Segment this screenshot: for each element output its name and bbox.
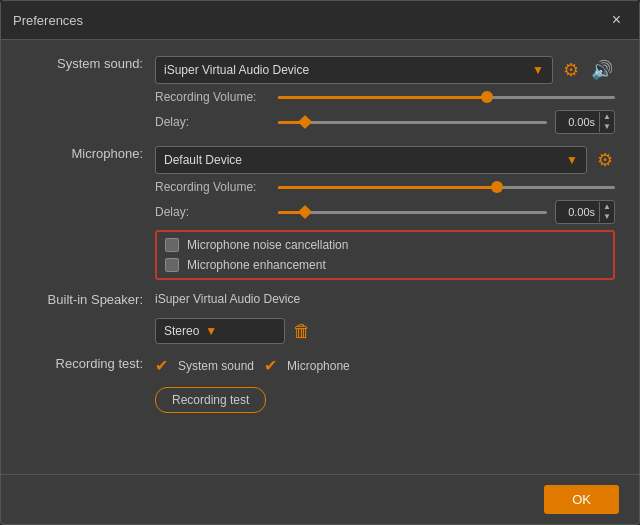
system-sound-delay-up[interactable]: ▲ [600,112,614,122]
system-sound-delay-thumb[interactable] [298,115,312,129]
system-sound-speaker-button[interactable]: 🔊 [589,59,615,81]
recording-test-label: Recording test: [25,356,155,371]
recording-test-microphone-label: Microphone [287,359,350,373]
system-sound-delay-spin-buttons: ▲ ▼ [599,112,614,132]
builtin-speaker-channel-dropdown[interactable]: Stereo ▼ [155,318,285,344]
system-sound-delay-row: Delay: 0.00s ▲ ▼ [155,110,615,134]
footer: OK [1,474,639,524]
system-sound-volume-label: Recording Volume: [155,90,270,104]
microphone-delay-spin-buttons: ▲ ▼ [599,202,614,222]
recording-test-right: ✔ System sound ✔ Microphone [155,356,615,375]
microphone-device-text: Default Device [164,153,242,167]
microphone-delay-spinbox[interactable]: 0.00s ▲ ▼ [555,200,615,224]
microphone-volume-thumb[interactable] [491,181,503,193]
system-sound-device-text: iSuper Virtual Audio Device [164,63,309,77]
system-sound-section: System sound: iSuper Virtual Audio Devic… [25,56,615,134]
system-sound-device-wrap: iSuper Virtual Audio Device ▼ ⚙ 🔊 [155,56,615,84]
system-sound-delay-down[interactable]: ▼ [600,122,614,132]
microphone-delay-down[interactable]: ▼ [600,212,614,222]
system-sound-check-icon: ✔ [155,356,168,375]
microphone-volume-row: Recording Volume: [155,180,615,194]
system-sound-volume-fill [278,96,487,99]
system-sound-dropdown[interactable]: iSuper Virtual Audio Device ▼ [155,56,553,84]
builtin-speaker-delete-button[interactable]: 🗑 [293,321,311,342]
microphone-delay-thumb[interactable] [298,205,312,219]
builtin-speaker-row: Built-in Speaker: iSuper Virtual Audio D… [25,292,615,344]
system-sound-dropdown-arrow: ▼ [532,63,544,77]
system-sound-volume-track [278,96,615,99]
microphone-enhancement-row: Microphone enhancement [165,258,605,272]
system-sound-label: System sound: [25,56,155,71]
microphone-volume-fill [278,186,497,189]
microphone-dropdown[interactable]: Default Device ▼ [155,146,587,174]
microphone-volume-track [278,186,615,189]
system-sound-delay-spinbox[interactable]: 0.00s ▲ ▼ [555,110,615,134]
builtin-speaker-right: iSuper Virtual Audio Device Stereo ▼ 🗑 [155,292,615,344]
noise-cancellation-checkbox[interactable] [165,238,179,252]
preferences-dialog: Preferences × System sound: iSuper Virtu… [0,0,640,525]
microphone-options-box: Microphone noise cancellation Microphone… [155,230,615,280]
close-button[interactable]: × [606,9,627,31]
microphone-delay-track [278,211,547,214]
microphone-dropdown-arrow: ▼ [566,153,578,167]
builtin-speaker-channel-arrow: ▼ [205,324,217,338]
microphone-gear-button[interactable]: ⚙ [595,149,615,171]
ok-button[interactable]: OK [544,485,619,514]
builtin-speaker-stereo-row: Stereo ▼ 🗑 [155,318,615,344]
builtin-speaker-section: Built-in Speaker: iSuper Virtual Audio D… [25,292,615,344]
microphone-volume-slider[interactable] [278,186,615,189]
microphone-enhancement-checkbox[interactable] [165,258,179,272]
system-sound-gear-button[interactable]: ⚙ [561,59,581,81]
microphone-delay-up[interactable]: ▲ [600,202,614,212]
recording-test-button[interactable]: Recording test [155,387,266,413]
title-bar: Preferences × [1,1,639,40]
system-sound-delay-track [278,121,547,124]
system-sound-delay-label: Delay: [155,115,270,129]
microphone-label: Microphone: [25,146,155,161]
microphone-check-icon: ✔ [264,356,277,375]
noise-cancellation-row: Microphone noise cancellation [165,238,605,252]
recording-test-system-sound-label: System sound [178,359,254,373]
recording-test-row: Recording test: ✔ System sound ✔ Microph… [25,356,615,375]
microphone-right: Default Device ▼ ⚙ Recording Volume: [155,146,615,280]
system-sound-volume-row: Recording Volume: [155,90,615,104]
microphone-delay-value: 0.00s [556,206,599,218]
system-sound-right: iSuper Virtual Audio Device ▼ ⚙ 🔊 Record… [155,56,615,134]
microphone-section: Microphone: Default Device ▼ ⚙ Recording… [25,146,615,280]
microphone-enhancement-label: Microphone enhancement [187,258,326,272]
system-sound-volume-thumb[interactable] [481,91,493,103]
microphone-delay-slider[interactable] [278,211,547,214]
builtin-speaker-device: iSuper Virtual Audio Device [155,292,615,306]
noise-cancellation-label: Microphone noise cancellation [187,238,348,252]
recording-test-section: Recording test: ✔ System sound ✔ Microph… [25,356,615,413]
system-sound-volume-slider[interactable] [278,96,615,99]
system-sound-delay-value: 0.00s [556,116,599,128]
microphone-device-wrap: Default Device ▼ ⚙ [155,146,615,174]
microphone-delay-label: Delay: [155,205,270,219]
system-sound-delay-slider[interactable] [278,121,547,124]
recording-test-checkboxes: ✔ System sound ✔ Microphone [155,356,615,375]
system-sound-row: System sound: iSuper Virtual Audio Devic… [25,56,615,134]
content-area: System sound: iSuper Virtual Audio Devic… [1,40,639,474]
builtin-speaker-channel-text: Stereo [164,324,199,338]
dialog-title: Preferences [13,13,83,28]
microphone-volume-label: Recording Volume: [155,180,270,194]
microphone-delay-row: Delay: 0.00s ▲ ▼ [155,200,615,224]
microphone-row: Microphone: Default Device ▼ ⚙ Recording… [25,146,615,280]
builtin-speaker-label: Built-in Speaker: [25,292,155,307]
